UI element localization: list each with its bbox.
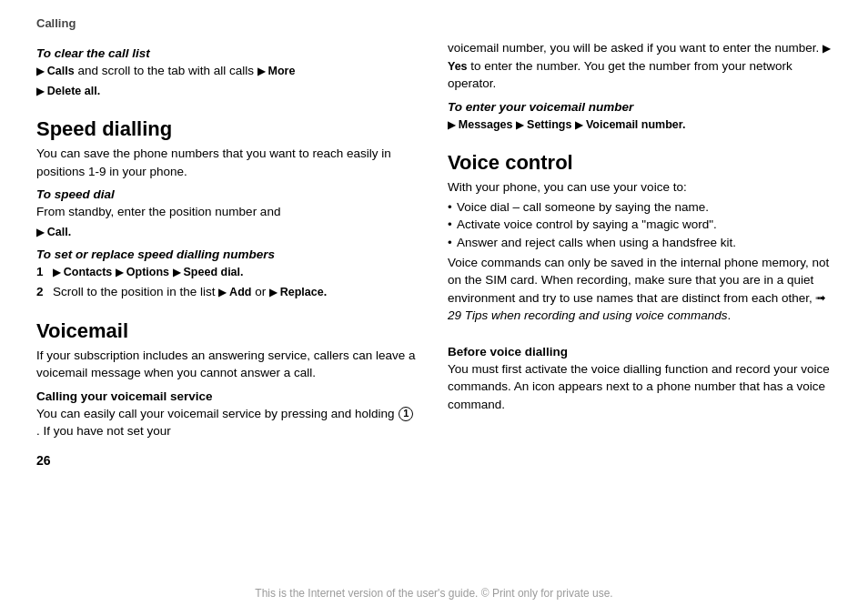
arrow-icon-call: ▶ bbox=[36, 227, 44, 237]
step-1: 1 ▶ Contacts ▶ Options ▶ Speed dial. bbox=[36, 263, 420, 281]
voice-control-section: Voice control With your phone, you can u… bbox=[448, 146, 832, 327]
enter-voicemail-steps: ▶ Messages ▶ Settings ▶ Voicemail number… bbox=[448, 116, 832, 134]
step-2-text: Scroll to the position in the list ▶ Add… bbox=[53, 283, 327, 301]
voicemail-section: Voicemail If your subscription includes … bbox=[36, 314, 420, 442]
before-voice-dialling-desc: You must first activate the voice dialli… bbox=[448, 360, 832, 414]
calling-service-title: Calling your voicemail service bbox=[36, 389, 420, 403]
speed-dial-desc: From standby, enter the position number … bbox=[36, 203, 420, 221]
footer-text: This is the Internet version of the user… bbox=[255, 587, 612, 600]
delete-all-menu-item: Delete all. bbox=[47, 85, 100, 97]
set-replace-title: To set or replace speed dialling numbers bbox=[36, 247, 420, 261]
bullet-3: Answer and reject calls when using a han… bbox=[448, 234, 832, 252]
voicemail-description: If your subscription includes an answeri… bbox=[36, 347, 420, 382]
voicemail-heading: Voicemail bbox=[36, 319, 420, 343]
speed-dialling-description: You can save the phone numbers that you … bbox=[36, 145, 420, 180]
voice-control-bullets: Voice dial – call someone by saying the … bbox=[448, 198, 832, 252]
key-1-circle: 1 bbox=[399, 407, 413, 421]
clear-call-scroll-text: and scroll to the tab with all calls bbox=[77, 64, 257, 77]
speed-dialling-section: Speed dialling You can save the phone nu… bbox=[36, 112, 420, 302]
bullet-2: Activate voice control by saying a "magi… bbox=[448, 216, 832, 234]
speed-dial-title: To speed dial bbox=[36, 187, 420, 201]
page: Calling To clear the call list ▶ Calls a… bbox=[0, 0, 868, 616]
before-voice-dialling-heading: Before voice dialling bbox=[448, 345, 832, 358]
clear-call-list-line2: ▶ Delete all. bbox=[36, 82, 420, 100]
footer: This is the Internet version of the user… bbox=[36, 587, 832, 600]
right-column: voicemail number, you will be asked if y… bbox=[448, 39, 832, 580]
clear-call-list-title: To clear the call list bbox=[36, 46, 420, 60]
step-1-text: ▶ Contacts ▶ Options ▶ Speed dial. bbox=[53, 263, 244, 281]
step-2: 2 Scroll to the position in the list ▶ A… bbox=[36, 283, 420, 301]
arrow-icon-3: ▶ bbox=[36, 86, 44, 96]
speed-dialling-heading: Speed dialling bbox=[36, 117, 420, 141]
voicemail-continued-text: voicemail number, you will be asked if y… bbox=[448, 39, 832, 93]
speed-dial-desc-text: From standby, enter the position number … bbox=[36, 205, 280, 218]
clear-call-list-line1: ▶ Calls and scroll to the tab with all c… bbox=[36, 62, 420, 80]
calling-service-desc: You can easily call your voicemail servi… bbox=[36, 405, 420, 440]
left-column: To clear the call list ▶ Calls and scrol… bbox=[36, 39, 420, 580]
voice-control-heading: Voice control bbox=[448, 151, 832, 175]
arrow-icon-1: ▶ bbox=[36, 66, 44, 76]
step-1-num: 1 bbox=[36, 263, 47, 281]
clear-call-list-section: To clear the call list ▶ Calls and scrol… bbox=[36, 39, 420, 101]
enter-voicemail-title: To enter your voicemail number bbox=[448, 100, 832, 114]
section-label: Calling bbox=[36, 16, 832, 30]
step-2-num: 2 bbox=[36, 283, 47, 301]
voice-control-paragraph: Voice commands can only be saved in the … bbox=[448, 254, 832, 325]
calls-menu-item: Calls bbox=[47, 65, 75, 77]
more-menu-item: More bbox=[268, 65, 296, 77]
call-menu-item: Call. bbox=[47, 226, 71, 238]
arrow-icon-2: ▶ bbox=[257, 66, 265, 76]
content-area: To clear the call list ▶ Calls and scrol… bbox=[36, 39, 832, 580]
bullet-1: Voice dial – call someone by saying the … bbox=[448, 198, 832, 217]
page-number: 26 bbox=[36, 453, 420, 468]
voicemail-continued-section: voicemail number, you will be asked if y… bbox=[448, 39, 832, 135]
voice-control-description: With your phone, you can use your voice … bbox=[448, 178, 832, 197]
set-replace-steps: 1 ▶ Contacts ▶ Options ▶ Speed dial. 2 bbox=[36, 263, 420, 300]
speed-dial-call: ▶ Call. bbox=[36, 223, 420, 241]
before-voice-dialling-section: Before voice dialling You must first act… bbox=[448, 338, 832, 416]
